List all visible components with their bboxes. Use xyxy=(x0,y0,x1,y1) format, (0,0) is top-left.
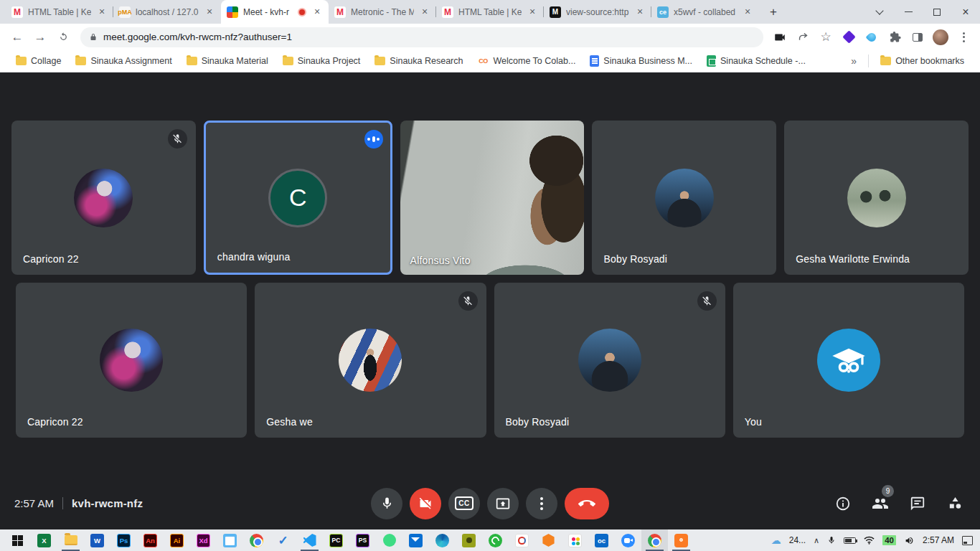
tab-metronic[interactable]: M Metronic - The M × xyxy=(329,0,436,24)
tab-view-source[interactable]: M view-source:http × xyxy=(544,0,651,24)
battery-icon[interactable] xyxy=(844,537,856,544)
meeting-details-button[interactable] xyxy=(834,494,852,513)
wifi-icon[interactable] xyxy=(864,536,875,545)
captions-button[interactable]: CC xyxy=(448,488,480,519)
weather-icon[interactable]: ☁ xyxy=(771,534,781,546)
tray-clock[interactable]: 2:57 AM xyxy=(923,535,954,545)
taskbar-illustrator[interactable]: Ai xyxy=(164,529,190,551)
new-tab-button[interactable]: + xyxy=(763,2,783,22)
taskbar-edge[interactable] xyxy=(429,529,456,551)
videocam-off-icon xyxy=(418,496,433,511)
close-window-button[interactable]: × xyxy=(951,0,980,24)
tab-search-button[interactable] xyxy=(865,0,894,24)
taskbar-mail[interactable] xyxy=(402,529,429,551)
activities-button[interactable] xyxy=(946,494,964,513)
tab-close-icon[interactable]: × xyxy=(742,6,753,18)
taskbar-vscode[interactable] xyxy=(296,529,323,551)
tile-alfonsus-vito[interactable]: Alfonsus Vito xyxy=(400,121,585,275)
tab-close-icon[interactable]: × xyxy=(96,6,108,18)
address-bar[interactable]: meet.google.com/kvh-rwcm-nfz?authuser=1 xyxy=(80,27,763,47)
bookmark-sinauka-schedule[interactable]: Sinauka Schedule -... xyxy=(701,53,811,69)
camera-off-button[interactable] xyxy=(410,488,441,519)
taskbar-calendar[interactable] xyxy=(217,529,243,551)
present-button[interactable] xyxy=(487,488,519,519)
taskbar-animate[interactable]: An xyxy=(137,529,164,551)
more-options-button[interactable] xyxy=(526,488,557,519)
taskbar-xd[interactable]: Xd xyxy=(190,529,217,551)
bookmarks-overflow-button[interactable]: » xyxy=(845,55,862,67)
taskbar-xampp[interactable] xyxy=(668,529,694,551)
taskbar-excel[interactable]: X xyxy=(31,529,57,551)
tab-close-icon[interactable]: × xyxy=(634,6,646,18)
back-button[interactable]: ← xyxy=(7,27,27,47)
forward-button[interactable]: → xyxy=(30,27,50,47)
battery-percent-badge[interactable]: 40 xyxy=(882,535,896,545)
share-button[interactable] xyxy=(793,28,812,47)
tile-gesha-we[interactable]: Gesha we xyxy=(255,283,486,438)
maximize-button[interactable] xyxy=(923,0,951,24)
taskbar-red-app[interactable] xyxy=(509,529,535,551)
tab-close-icon[interactable]: × xyxy=(419,6,430,18)
speaker-icon[interactable] xyxy=(904,536,915,545)
action-center-icon[interactable] xyxy=(962,536,973,545)
taskbar-camera-app[interactable] xyxy=(456,529,482,551)
taskbar-whatsapp[interactable] xyxy=(482,529,509,551)
taskbar-hexagon-app[interactable] xyxy=(535,529,562,551)
bookmark-sinauka-assignment[interactable]: Sinauka Assignment xyxy=(70,54,177,68)
tile-capricon-22[interactable]: Capricon 22 xyxy=(11,121,196,275)
tray-mic-icon[interactable] xyxy=(827,535,836,545)
taskbar-file-explorer[interactable] xyxy=(57,529,84,551)
taskbar-chrome-active[interactable] xyxy=(641,529,668,551)
taskbar-photoshop[interactable]: Ps xyxy=(110,529,137,551)
reload-button[interactable] xyxy=(53,27,73,47)
taskbar-oc-app[interactable]: oc xyxy=(588,529,615,551)
tile-capricon-22-2[interactable]: Capricon 22 xyxy=(16,283,247,438)
end-call-button[interactable] xyxy=(565,488,609,519)
tab-collabedit[interactable]: ce x5wvf - collabed × xyxy=(651,0,759,24)
taskbar-green-app[interactable] xyxy=(376,529,402,551)
bookmark-sinauka-material[interactable]: Sinauka Material xyxy=(181,54,274,68)
divider xyxy=(868,55,869,67)
bookmark-sinauka-business[interactable]: Sinauka Business M... xyxy=(584,53,698,69)
taskbar-pycharm[interactable]: PC xyxy=(323,529,349,551)
bookmark-star-button[interactable]: ☆ xyxy=(816,28,835,47)
tab-html-table-1[interactable]: M HTML Table | Kee × xyxy=(6,0,113,24)
bookmark-collage[interactable]: Collage xyxy=(10,54,67,68)
taskbar-check-app[interactable]: ✓ xyxy=(270,529,296,551)
tab-close-icon[interactable]: × xyxy=(311,6,323,18)
profile-avatar-button[interactable] xyxy=(931,28,950,47)
extension-droplet-button[interactable] xyxy=(862,28,881,47)
tab-html-table-2[interactable]: M HTML Table | Kee × xyxy=(436,0,544,24)
tile-boby-rosyadi-2[interactable]: Boby Rosyadi xyxy=(494,283,725,438)
panel-controls: 9 xyxy=(834,494,964,513)
side-panel-button[interactable] xyxy=(908,28,927,47)
bookmark-sinauka-research[interactable]: Sinauka Research xyxy=(369,54,468,68)
taskbar-zoom[interactable] xyxy=(615,529,641,551)
taskbar-word[interactable]: W xyxy=(84,529,110,551)
taskbar-phpstorm[interactable]: PS xyxy=(349,529,376,551)
bookmark-sinauka-project[interactable]: Sinauka Project xyxy=(277,54,367,68)
taskbar-chrome[interactable] xyxy=(243,529,270,551)
tile-boby-rosyadi[interactable]: Boby Rosyadi xyxy=(592,121,776,275)
extension-diamond-button[interactable] xyxy=(839,28,858,47)
tab-meet-active[interactable]: Meet - kvh-r × xyxy=(221,0,329,24)
chrome-menu-button[interactable] xyxy=(954,28,973,47)
taskbar-colorful-app[interactable] xyxy=(562,529,588,551)
tray-expand-chevron[interactable]: ∧ xyxy=(814,536,819,545)
bookmark-welcome-colab[interactable]: COWelcome To Colab... xyxy=(471,53,581,69)
tab-close-icon[interactable]: × xyxy=(527,6,538,18)
tile-you[interactable]: You xyxy=(733,283,964,438)
start-button[interactable] xyxy=(4,529,31,551)
minimize-button[interactable] xyxy=(894,0,923,24)
participants-button[interactable]: 9 xyxy=(871,494,890,513)
mic-button[interactable] xyxy=(371,488,402,519)
tile-chandra-wiguna[interactable]: C chandra wiguna xyxy=(204,121,392,275)
extensions-button[interactable] xyxy=(885,28,904,47)
tab-close-icon[interactable]: × xyxy=(204,6,215,18)
weather-temp[interactable]: 24... xyxy=(789,535,806,545)
tile-gesha-warilotte[interactable]: Gesha Warilotte Erwinda xyxy=(784,121,969,275)
camera-in-use-button[interactable] xyxy=(771,28,789,47)
tab-localhost[interactable]: pMA localhost / 127.0. × xyxy=(113,0,221,24)
chat-button[interactable] xyxy=(908,494,927,513)
other-bookmarks-button[interactable]: Other bookmarks xyxy=(875,54,970,68)
